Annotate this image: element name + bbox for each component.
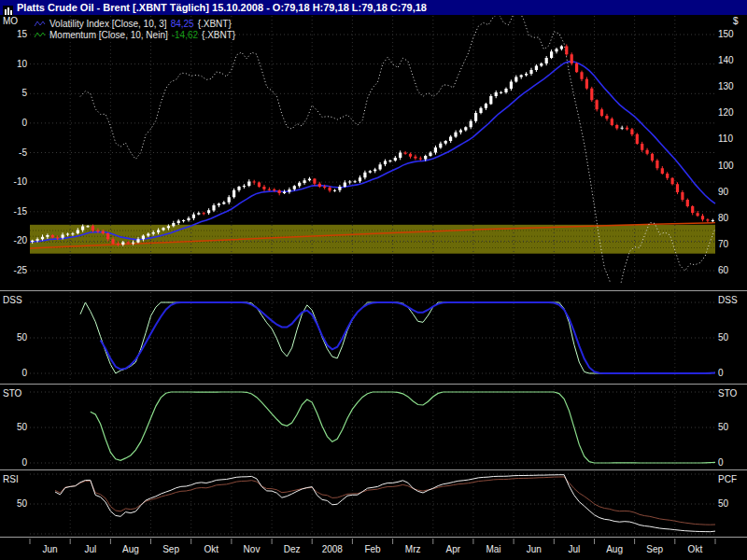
price-tick: 80 bbox=[718, 213, 729, 223]
panel-label-right: STO bbox=[718, 388, 738, 399]
price-tick: 120 bbox=[718, 107, 734, 118]
panel-tick: 50 bbox=[718, 332, 729, 343]
timeline: JunJulAugSepOktNovDez2008FebMrzAprMaiJun… bbox=[30, 539, 715, 554]
mo-tick: -25 bbox=[14, 265, 28, 275]
subpanel-dss: DSSDSS505000 bbox=[3, 292, 738, 382]
panel-tick: 50 bbox=[718, 422, 729, 432]
panel-tick: 50 bbox=[718, 498, 729, 509]
indicator-legend: Volatility Index [Close, 10, 3] 84,25 {.… bbox=[34, 18, 235, 40]
window-titlebar[interactable]: Platts Crude Oil - Brent [.XBNT Täglich]… bbox=[0, 0, 747, 15]
panel-tick: 0 bbox=[21, 368, 27, 378]
sto-line bbox=[91, 392, 715, 463]
price-tick: 150 bbox=[718, 29, 734, 39]
timeline-month: Dez bbox=[284, 544, 301, 554]
price-tick: 130 bbox=[718, 81, 734, 91]
timeline-month: Mai bbox=[486, 544, 500, 554]
left-axis-unit: MO bbox=[3, 16, 18, 26]
candles-up bbox=[31, 47, 714, 245]
timeline-month: Nov bbox=[244, 544, 261, 554]
right-axis-unit: $ bbox=[733, 16, 739, 26]
timeline-month: Jun bbox=[527, 544, 542, 554]
panel-label-left: RSI bbox=[3, 474, 19, 484]
timeline-month: Jul bbox=[569, 544, 581, 554]
panel-tick: 0 bbox=[21, 457, 27, 468]
panel-tick: 50 bbox=[17, 422, 28, 432]
legend-momentum[interactable]: Momentum [Close, 10, Nein] -14,62 {.XBNT… bbox=[34, 29, 235, 40]
timeline-month: Jul bbox=[84, 544, 96, 554]
price-tick: 100 bbox=[718, 161, 734, 171]
subpanel-rsi: RSIPCF5050 bbox=[3, 471, 737, 535]
window-icon bbox=[3, 3, 13, 13]
timeline-month: Okt bbox=[688, 544, 703, 554]
mo-tick: -10 bbox=[14, 176, 28, 187]
chart-window: MO$151050-5-10-15-20-2515014013012011010… bbox=[0, 0, 747, 560]
legend-value-1: -14,62 bbox=[172, 30, 198, 40]
timeline-month: Aug bbox=[606, 544, 623, 554]
main-panel: MO$151050-5-10-15-20-2515014013012011010… bbox=[3, 10, 739, 301]
timeline-month: Aug bbox=[122, 544, 139, 554]
legend-suffix: {.XBNT} bbox=[202, 30, 235, 40]
legend-volatility[interactable]: Volatility Index [Close, 10, 3] 84,25 {.… bbox=[34, 18, 235, 29]
timeline-month: Jun bbox=[43, 544, 58, 554]
panel-label-left: STO bbox=[3, 388, 22, 399]
timeline-month: 2008 bbox=[322, 544, 344, 554]
rsi-fast-line bbox=[55, 475, 715, 532]
window-title: Platts Crude Oil - Brent [.XBNT Täglich]… bbox=[17, 2, 427, 13]
legend-label: Momentum [Close, 10, Nein] bbox=[49, 30, 168, 40]
mo-tick: 0 bbox=[21, 118, 27, 128]
panel-tick: 0 bbox=[718, 457, 724, 468]
mo-tick: 15 bbox=[17, 29, 28, 39]
candles-down bbox=[51, 47, 710, 245]
panel-tick: 50 bbox=[17, 332, 28, 343]
price-tick: 60 bbox=[718, 265, 729, 275]
timeline-month: Apr bbox=[446, 544, 461, 554]
panel-label-right: DSS bbox=[718, 295, 738, 305]
mo-tick: -20 bbox=[14, 235, 28, 245]
mo-tick: -15 bbox=[14, 206, 28, 217]
volatility-line bbox=[30, 62, 715, 242]
panel-tick: 50 bbox=[17, 498, 28, 509]
timeline-month: Mrz bbox=[405, 544, 421, 554]
price-tick: 70 bbox=[718, 239, 729, 249]
timeline-month: Sep bbox=[162, 544, 179, 554]
mo-tick: -5 bbox=[19, 147, 27, 158]
legend-suffix: {.XBNT} bbox=[198, 19, 232, 29]
panel-label-right: PCF bbox=[718, 474, 737, 484]
timeline-month: Sep bbox=[646, 544, 663, 554]
timeline-month: Feb bbox=[364, 544, 381, 554]
panel-label-left: DSS bbox=[3, 295, 22, 305]
timeline-month: Okt bbox=[204, 544, 219, 554]
price-tick: 90 bbox=[718, 187, 729, 197]
line-icon bbox=[34, 31, 46, 39]
momentum-line bbox=[80, 10, 715, 301]
price-tick: 110 bbox=[718, 133, 733, 144]
legend-label: Volatility Index [Close, 10, 3] bbox=[49, 19, 167, 29]
line-icon bbox=[34, 20, 46, 28]
mo-tick: 5 bbox=[21, 88, 27, 98]
panel-tick: 0 bbox=[718, 368, 724, 378]
mo-tick: 10 bbox=[17, 59, 28, 69]
legend-value-0: 84,25 bbox=[171, 19, 194, 29]
subpanel-sto: STOSTO505000 bbox=[3, 385, 738, 468]
price-tick: 140 bbox=[718, 55, 734, 65]
chart-area[interactable]: MO$151050-5-10-15-20-2515014013012011010… bbox=[0, 0, 747, 560]
